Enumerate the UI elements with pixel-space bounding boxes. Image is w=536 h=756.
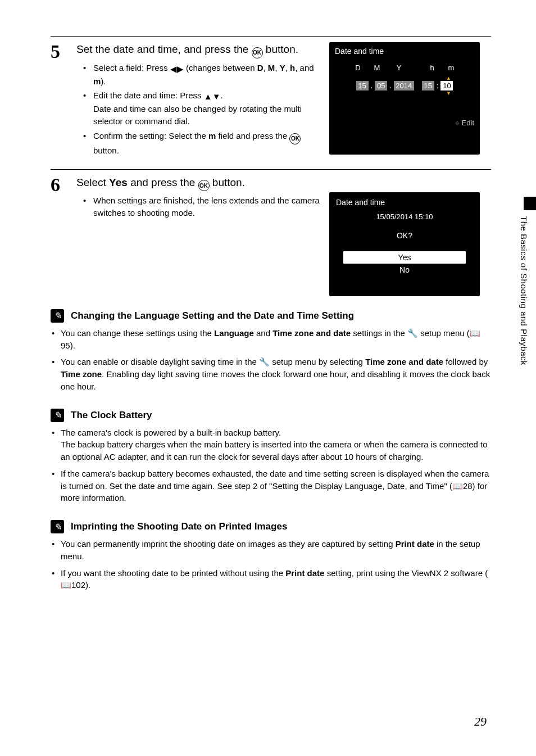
timezone-bold: Time zone and date xyxy=(365,357,443,366)
field-h: h xyxy=(290,63,295,73)
page-ref: 28 xyxy=(463,481,473,491)
book-icon: 📖 xyxy=(61,579,71,591)
text: settings in the xyxy=(351,328,407,338)
text: Edit the date and time: Press xyxy=(93,90,204,100)
page-number: 29 xyxy=(474,714,487,729)
printdate-bold: Print date xyxy=(285,568,324,578)
bullet: If the camera's backup battery becomes e… xyxy=(51,468,491,504)
bullet: Select a field: Press ◀▶ (changes betwee… xyxy=(87,62,328,88)
field-m: M xyxy=(268,63,275,73)
arrow-up-icon: ▲ xyxy=(357,75,452,81)
text: You can enable or disable daylight savin… xyxy=(61,357,259,366)
text: If you want the shooting date to be prin… xyxy=(61,568,285,578)
language-bold: Language xyxy=(214,328,254,338)
step-number: 6 xyxy=(51,175,66,221)
page-content: 5 Set the date and time, and press the O… xyxy=(0,0,536,618)
text: button. xyxy=(263,43,298,55)
text: ). xyxy=(70,341,75,350)
field-y: Y xyxy=(280,63,285,73)
step-6-bullets: When settings are finished, the lens ext… xyxy=(76,194,328,219)
ok-icon: OK xyxy=(198,180,210,191)
camera-screen-datetime-edit: Date and time D M Y h m ▲ 15. 05. 2014 1… xyxy=(329,42,480,155)
bullet: You can permanently imprint the shooting… xyxy=(51,538,491,563)
val-m: 05 xyxy=(375,81,387,90)
text: ). xyxy=(85,580,90,590)
label-m: M xyxy=(369,64,385,72)
bullet: If you want the shooting date to be prin… xyxy=(51,567,491,592)
text: You can permanently imprint the shooting… xyxy=(61,539,396,549)
label-y: Y xyxy=(388,64,410,72)
note-2-bullets: The camera's clock is powered by a built… xyxy=(51,427,491,505)
text: Select a field: Press xyxy=(93,63,170,73)
divider xyxy=(51,36,491,37)
label-d: D xyxy=(350,64,366,72)
datetime-value: 15/05/2014 15:10 xyxy=(329,210,480,223)
text: . Enabling day light saving time moves t… xyxy=(61,369,490,391)
step-5-bullets: Select a field: Press ◀▶ (changes betwee… xyxy=(76,62,328,157)
note-3-bullets: You can permanently imprint the shooting… xyxy=(51,538,491,591)
note-header-2: ✎ The Clock Battery xyxy=(51,409,491,422)
book-icon: 📖 xyxy=(470,327,480,339)
divider xyxy=(51,169,491,170)
left-right-icon: ◀▶ xyxy=(170,63,184,75)
step-6-title: Select Yes and press the OK button. xyxy=(76,175,328,192)
bullet: You can enable or disable daylight savin… xyxy=(51,356,491,392)
pencil-icon: ✎ xyxy=(51,520,64,533)
step-number: 5 xyxy=(51,42,66,159)
text: setup menu ( xyxy=(418,328,470,338)
camera-screen-datetime-confirm: Date and time 15/05/2014 15:10 OK? Yes N… xyxy=(329,192,480,296)
note-1-bullets: You can change these settings using the … xyxy=(51,327,491,393)
bullet: Confirm the setting: Select the m field … xyxy=(87,130,328,157)
label-h: h xyxy=(424,64,440,72)
timezone-bold: Time zone and date xyxy=(272,328,351,338)
text: You can change these settings using the xyxy=(61,328,214,338)
field-d: D xyxy=(257,63,264,73)
val-d: 15 xyxy=(356,81,369,90)
note-header-1: ✎ Changing the Language Setting and the … xyxy=(51,309,491,323)
note-header-3: ✎ Imprinting the Shooting Date on Printe… xyxy=(51,520,491,533)
note-title: Imprinting the Shooting Date on Printed … xyxy=(71,521,287,532)
ok-icon: OK xyxy=(252,47,263,58)
text: Confirm the setting: Select the xyxy=(93,131,208,141)
text: and xyxy=(254,328,272,338)
option-no: No xyxy=(329,264,480,276)
bullet: When settings are finished, the lens ext… xyxy=(87,194,328,219)
text: Select xyxy=(76,176,109,188)
book-icon: 📖 xyxy=(452,480,463,492)
field-min: m xyxy=(93,76,101,86)
text: setup menu by selecting xyxy=(270,357,365,366)
ok-icon: OK xyxy=(289,133,301,144)
step-5-title: Set the date and time, and press the OK … xyxy=(76,42,328,58)
text: field and press the xyxy=(216,131,289,141)
edit-label: ⟐ Edit xyxy=(335,119,474,127)
bullet: You can change these settings using the … xyxy=(51,327,491,352)
text: and press the xyxy=(128,176,198,188)
text: If the camera's backup battery becomes e… xyxy=(61,469,489,491)
timezone2-bold: Time zone xyxy=(61,369,102,379)
ok-question: OK? xyxy=(329,223,480,251)
screen-title: Date and time xyxy=(329,192,480,210)
note-title: Changing the Language Setting and the Da… xyxy=(71,310,354,322)
bullet: The camera's clock is powered by a built… xyxy=(51,427,491,463)
screen-title: Date and time xyxy=(335,47,474,56)
bullet: Edit the date and time: Press ▲▼. Date a… xyxy=(87,89,328,127)
val-min-active: 10 xyxy=(440,81,453,90)
pencil-icon: ✎ xyxy=(51,409,64,422)
note-title: The Clock Battery xyxy=(71,410,152,421)
yes-bold: Yes xyxy=(109,176,128,188)
option-yes: Yes xyxy=(343,251,466,264)
text: setting, print using the ViewNX 2 softwa… xyxy=(324,568,488,578)
page-ref: 102 xyxy=(71,580,85,590)
date-labels: D M Y h m xyxy=(335,64,474,72)
field-m2: m xyxy=(208,131,216,141)
val-y: 2014 xyxy=(394,81,414,90)
printdate-bold: Print date xyxy=(396,539,434,549)
val-h: 15 xyxy=(422,81,434,90)
wrench-icon: 🔧 xyxy=(407,327,418,339)
pencil-icon: ✎ xyxy=(51,309,64,323)
arrow-down-icon: ▼ xyxy=(357,90,452,96)
text: followed by xyxy=(443,357,488,366)
text: ). xyxy=(101,76,106,86)
date-values: 15. 05. 2014 15: 10 xyxy=(335,81,474,90)
text: button. xyxy=(93,146,119,155)
